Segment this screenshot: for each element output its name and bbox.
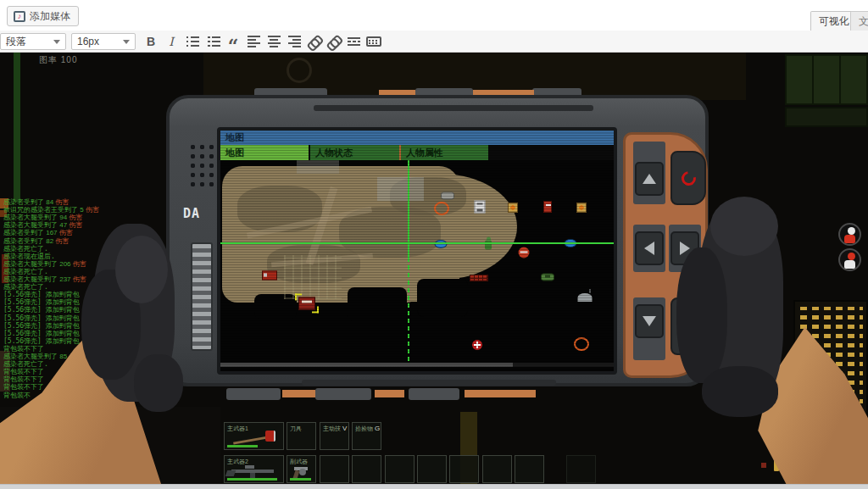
- device-screen: 地图 地图 人物状态 人物属性: [217, 127, 617, 375]
- map-marker-appliance: [475, 201, 486, 214]
- map-marker-circle-orange: [574, 337, 589, 351]
- water-notch: [417, 279, 468, 317]
- remove-link-button[interactable]: [324, 32, 342, 51]
- numbered-list-button[interactable]: [204, 32, 223, 51]
- arrow-up-icon: [643, 167, 656, 184]
- toolbar-toggle-button[interactable]: [364, 32, 383, 51]
- device-bump: [409, 388, 459, 400]
- add-media-icon: ♪: [14, 11, 25, 22]
- chevron-down-icon: [53, 40, 60, 47]
- map-marker-truck: [262, 271, 277, 281]
- water-notch: [348, 287, 407, 321]
- read-more-icon: [348, 36, 360, 47]
- read-more-button[interactable]: [344, 32, 363, 51]
- font-size-select[interactable]: 16px: [71, 33, 136, 50]
- arrow-left-icon: [637, 242, 654, 255]
- device-accent: [375, 390, 404, 397]
- device-slot: [314, 105, 593, 111]
- blockquote-button[interactable]: “: [224, 32, 242, 51]
- buildings-patch: [377, 177, 424, 201]
- screen-title-bar: 地图: [220, 131, 614, 145]
- align-left-icon: [248, 36, 260, 47]
- page: ♪ 添加媒体 可视化 文本 段落 16px B I “ ↔ ↔: [0, 0, 868, 489]
- down-button[interactable]: [635, 304, 664, 338]
- left-button[interactable]: [635, 231, 664, 265]
- map-marker-vendor: [543, 201, 552, 213]
- chevron-down-icon: [123, 40, 130, 47]
- device-slot: [302, 380, 556, 386]
- blockquote-icon: “: [228, 42, 239, 50]
- map-view[interactable]: [220, 160, 614, 371]
- device-accent: [282, 390, 315, 397]
- editor-content-below-image: [0, 484, 868, 489]
- glove-right: [676, 197, 788, 424]
- map-marker-building-selected: [298, 297, 315, 310]
- device-bump: [226, 388, 281, 400]
- game-screenshot[interactable]: 图率 100 感染者受到了 84 伤害被诅咒的感染者王受到了 5 伤害感染者大腿…: [0, 53, 868, 484]
- map-marker-bricks: [470, 275, 488, 281]
- crosshair-horizontal: [220, 242, 614, 244]
- map-marker-car-gray: [441, 192, 454, 200]
- bold-icon: B: [147, 35, 155, 48]
- bulleted-list-button[interactable]: [183, 32, 202, 51]
- up-button[interactable]: [635, 162, 664, 196]
- add-media-button[interactable]: ♪ 添加媒体: [7, 6, 79, 26]
- map-marker-circle-orange: [434, 202, 449, 215]
- unlink-icon: [324, 32, 343, 52]
- insert-link-button[interactable]: [304, 32, 323, 51]
- align-right-button[interactable]: [285, 32, 303, 51]
- buildings-patch: [297, 160, 339, 174]
- map-marker-buoy: [519, 247, 530, 258]
- align-right-icon: [288, 36, 301, 47]
- tab-map[interactable]: 地图: [220, 145, 309, 160]
- align-center-button[interactable]: [264, 32, 283, 51]
- editor-header: ♪ 添加媒体 可视化 文本: [0, 0, 868, 31]
- italic-button[interactable]: I: [162, 32, 181, 51]
- arrow-down-icon: [643, 316, 656, 333]
- bold-button[interactable]: B: [142, 32, 160, 51]
- tab-character-attributes[interactable]: 人物属性: [401, 145, 488, 160]
- map-marker-crate: [508, 203, 518, 213]
- add-media-label: 添加媒体: [30, 9, 70, 24]
- device-accent: [465, 390, 536, 397]
- align-center-icon: [268, 36, 281, 47]
- numbered-list-icon: [208, 36, 220, 47]
- device-bump: [315, 388, 371, 400]
- italic-icon: I: [169, 35, 174, 48]
- map-marker-tent: [578, 293, 593, 302]
- keyboard-icon: [366, 36, 381, 47]
- tab-character-status[interactable]: 人物状态: [310, 145, 399, 160]
- crosshair-vertical-dashed: [408, 258, 409, 363]
- link-icon: [304, 32, 324, 52]
- side-slider[interactable]: [191, 242, 213, 351]
- tab-text[interactable]: 文本: [850, 11, 868, 31]
- glove-left: [81, 219, 188, 418]
- map-marker-water: [435, 240, 448, 248]
- screen-tab-bar: 地图 人物状态 人物属性: [220, 145, 614, 160]
- map-marker-crate: [576, 203, 587, 213]
- align-left-button[interactable]: [244, 32, 263, 51]
- map-marker-medical: [472, 340, 482, 350]
- building-grid: [284, 255, 342, 299]
- editor-toolbar: 段落 16px B I “ ↔ ↔: [0, 31, 868, 53]
- paragraph-select[interactable]: 段落: [0, 33, 66, 50]
- map-scrollbar-thumb[interactable]: [220, 363, 513, 367]
- power-icon: [678, 168, 698, 188]
- map-marker-car: [541, 274, 554, 281]
- bulleted-list-icon: [186, 36, 199, 47]
